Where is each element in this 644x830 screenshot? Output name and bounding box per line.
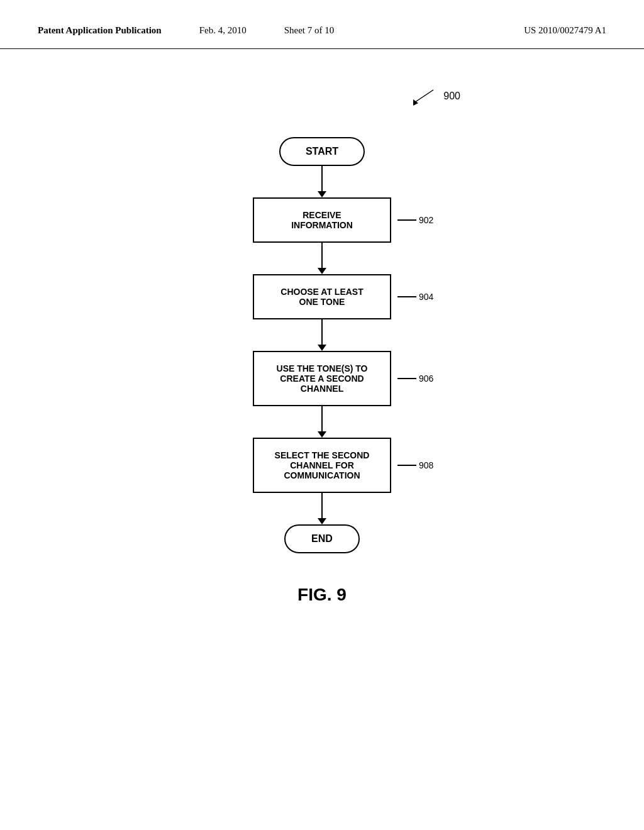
step-906-number: 906 xyxy=(419,374,433,384)
arrow-1 xyxy=(318,166,326,197)
start-node: START xyxy=(279,137,365,166)
step-906-text: USE THE TONE(S) TOCREATE A SECONDCHANNEL xyxy=(277,363,368,394)
arrow-head-1 xyxy=(318,191,326,197)
flowchart: START RECEIVEINFORMATION 902 CHOOSE AT L xyxy=(133,112,511,553)
step-908-text: SELECT THE SECONDCHANNEL FORCOMMUNICATIO… xyxy=(275,450,370,480)
arrow-line-4 xyxy=(321,406,323,431)
diagram-container: 900 START RECEIVEINFORMATION 902 xyxy=(0,68,644,655)
arrow-line-2 xyxy=(321,243,323,268)
step-label-line-902 xyxy=(397,219,416,221)
page-header: Patent Application Publication Feb. 4, 2… xyxy=(0,0,644,49)
step-904-text: CHOOSE AT LEASTONE TONE xyxy=(280,287,363,307)
step-904-wrapper: CHOOSE AT LEASTONE TONE 904 xyxy=(253,274,391,319)
arrow-head-3 xyxy=(318,345,326,351)
figure-caption: FIG. 9 xyxy=(297,585,347,605)
arrow-3 xyxy=(318,319,326,351)
step-902-number: 902 xyxy=(419,215,433,225)
arrow-line-3 xyxy=(321,319,323,345)
arrow-head-2 xyxy=(318,268,326,274)
ref-number-900: 900 xyxy=(443,91,460,102)
patent-number: US 2010/0027479 A1 xyxy=(372,25,606,36)
step-902-wrapper: RECEIVEINFORMATION 902 xyxy=(253,197,391,243)
arrow-head-4 xyxy=(318,431,326,438)
figure-ref-area: 900 xyxy=(133,80,511,112)
figure-ref-900: 900 xyxy=(408,87,460,106)
end-node: END xyxy=(284,524,360,553)
publication-date: Feb. 4, 2010 xyxy=(199,25,247,36)
step-904-number: 904 xyxy=(419,292,433,302)
arrow-4 xyxy=(318,406,326,438)
publication-title: Patent Application Publication xyxy=(38,25,162,36)
step-906-label: 906 xyxy=(397,374,433,384)
step-906-box: USE THE TONE(S) TOCREATE A SECONDCHANNEL xyxy=(253,351,391,406)
ref-arrow-icon xyxy=(408,87,440,106)
step-902-label: 902 xyxy=(397,215,433,225)
step-906-wrapper: USE THE TONE(S) TOCREATE A SECONDCHANNEL… xyxy=(253,351,391,406)
arrow-line-5 xyxy=(321,493,323,518)
step-902-text: RECEIVEINFORMATION xyxy=(291,210,353,230)
end-node-wrapper: END xyxy=(284,524,360,553)
step-908-number: 908 xyxy=(419,460,433,470)
step-908-box: SELECT THE SECONDCHANNEL FORCOMMUNICATIO… xyxy=(253,438,391,493)
arrow-line-1 xyxy=(321,166,323,191)
step-908-wrapper: SELECT THE SECONDCHANNEL FORCOMMUNICATIO… xyxy=(253,438,391,493)
start-node-wrapper: START xyxy=(279,137,365,166)
svg-line-0 xyxy=(414,90,433,102)
step-902-box: RECEIVEINFORMATION xyxy=(253,197,391,243)
step-904-label: 904 xyxy=(397,292,433,302)
sheet-info: Sheet 7 of 10 xyxy=(284,25,335,36)
step-label-line-904 xyxy=(397,296,416,297)
arrow-2 xyxy=(318,243,326,274)
arrow-head-5 xyxy=(318,518,326,524)
step-label-line-906 xyxy=(397,378,416,379)
step-908-label: 908 xyxy=(397,460,433,470)
arrow-5 xyxy=(318,493,326,524)
step-label-line-908 xyxy=(397,465,416,466)
step-904-box: CHOOSE AT LEASTONE TONE xyxy=(253,274,391,319)
